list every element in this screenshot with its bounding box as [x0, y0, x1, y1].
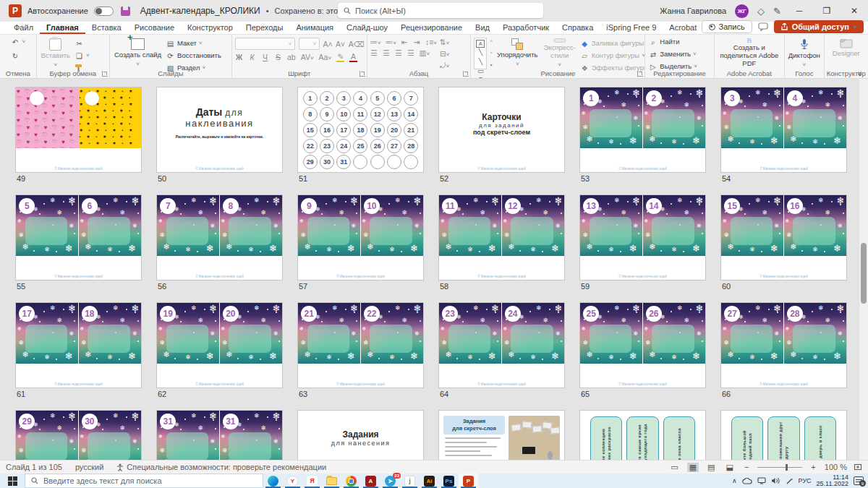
tab-Анимация[interactable]: Анимация: [289, 23, 340, 34]
tab-Конструктор[interactable]: Конструктор: [181, 23, 239, 34]
tab-Рисование[interactable]: Рисование: [128, 23, 181, 34]
taskbar-icon-explorer[interactable]: [322, 474, 341, 488]
create-pdf-button[interactable]: Создать и поделиться Adobe PDF: [718, 38, 781, 69]
language-indicator[interactable]: русский: [75, 463, 103, 471]
textbox-shape-icon[interactable]: A: [476, 40, 485, 48]
powerpoint-app-icon[interactable]: P: [9, 4, 22, 17]
tab-Справка[interactable]: Справка: [556, 23, 600, 34]
dictate-button[interactable]: Диктофон˅: [788, 38, 821, 69]
quick-styles-button[interactable]: Экспресс-стили˅: [542, 38, 576, 69]
font-name-select[interactable]: ˅: [235, 38, 295, 50]
slide-thumbnail-55[interactable]: ❄❄❄❄❄❄❄❄❄❄5❄❄❄❄❄❄❄❄❄❄6© Магазин педагоги…: [16, 195, 141, 280]
shrink-font-button[interactable]: A˅: [336, 40, 345, 48]
user-name[interactable]: Жанна Гаврилова: [660, 7, 726, 15]
underline-button[interactable]: Ч: [261, 53, 269, 61]
tab-iSpring Free 9[interactable]: iSpring Free 9: [600, 23, 663, 34]
taskbar-icon-chrome[interactable]: [341, 474, 361, 488]
font-color-button[interactable]: А: [349, 52, 357, 62]
slide-thumbnail-60[interactable]: ❄❄❄❄❄❄❄❄❄❄15❄❄❄❄❄❄❄❄❄❄16© Магазин педаго…: [721, 195, 846, 280]
share-button[interactable]: Общий доступ ▾: [774, 20, 864, 33]
line-shape-icon[interactable]: ╲: [476, 48, 485, 57]
slide-sorter-view-button[interactable]: ▦: [687, 463, 699, 472]
arrange-button[interactable]: Упорядочить˅: [495, 38, 540, 69]
zoom-level[interactable]: 100 %: [825, 463, 847, 471]
taskbar-icon-acrobat[interactable]: A: [361, 474, 380, 488]
tab-Переходы[interactable]: Переходы: [239, 23, 290, 34]
taskbar-icon-telegram[interactable]: ➤23: [380, 474, 400, 488]
increase-indent-button[interactable]: ⇥: [413, 38, 421, 46]
slide-thumbnail-53[interactable]: ❄❄❄❄❄❄❄❄❄❄1❄❄❄❄❄❄❄❄❄❄2© Магазин педагоги…: [580, 87, 705, 172]
clipboard-dialog-launcher[interactable]: [102, 71, 108, 77]
undo-button[interactable]: ↶˅: [11, 38, 26, 47]
shape-fill-button[interactable]: ◆Заливка фигуры˅: [580, 39, 646, 48]
bullets-button[interactable]: ≔˅: [370, 38, 381, 46]
minimize-button[interactable]: ─: [790, 6, 809, 16]
record-button[interactable]: Запись: [702, 20, 752, 33]
slide-thumbnail-66[interactable]: ❄❄❄❄❄❄❄❄❄❄27❄❄❄❄❄❄❄❄❄❄28© Магазин педаго…: [721, 303, 846, 388]
normal-view-button[interactable]: ▭: [668, 463, 680, 472]
text-shadow-button[interactable]: ab: [287, 53, 296, 61]
shapes-gallery[interactable]: A ╲ ╲ ▭ ◯ ▢ △ ↰ ↱ ⇨ ⇩ ⌐ ↝ ⌒ ∿ { } ☆: [474, 38, 487, 69]
slide-thumbnail-72[interactable]: Соберите большой новогодний пазлНапишите…: [721, 411, 846, 460]
italic-button[interactable]: К: [248, 53, 256, 61]
slideshow-view-button[interactable]: ⬓: [724, 463, 736, 472]
grow-font-button[interactable]: A˄: [323, 40, 333, 48]
save-icon[interactable]: [121, 7, 130, 16]
slide-thumbnail-50[interactable]: Даты для наклеивания Распечатайте, выреж…: [157, 87, 282, 172]
slide-thumbnail-58[interactable]: ❄❄❄❄❄❄❄❄❄❄11❄❄❄❄❄❄❄❄❄❄12© Магазин педаго…: [439, 195, 564, 280]
diamond-icon[interactable]: ◇: [757, 6, 765, 17]
align-text-button[interactable]: ⊟˅: [440, 49, 449, 58]
tab-Главная[interactable]: Главная: [40, 23, 85, 34]
comment-icon[interactable]: [758, 22, 768, 31]
fit-to-window-icon[interactable]: [854, 463, 862, 471]
slide-thumbnail-49[interactable]: ♥ ♡ ♥ ♡ ♥ ♡ ♥ ♡ ♥ ♡ ♥ ♡ ♥ ♡ ♥ ♡ ♥ ♡ ♥ ♡ …: [16, 87, 141, 172]
vertical-scrollbar[interactable]: [859, 79, 868, 460]
clock[interactable]: 11:14 25.11.2022: [817, 474, 848, 488]
taskbar-icon-ispring[interactable]: j: [400, 474, 420, 488]
keyboard-language[interactable]: РУС: [799, 477, 812, 484]
slide-thumbnail-71[interactable]: Соберите коллекцию новогодних раскрасокВ…: [580, 411, 705, 460]
bold-button[interactable]: Ж: [235, 53, 243, 61]
numbering-button[interactable]: ≕˅: [386, 38, 396, 46]
zoom-in-button[interactable]: +: [809, 463, 817, 471]
slide-thumbnail-70[interactable]: Заданиядля скретч-слоя: [439, 411, 564, 460]
slide-thumbnail-67[interactable]: ❄❄❄❄❄❄❄❄❄❄29❄❄❄❄❄❄❄❄❄❄30© Магазин педаго…: [16, 411, 141, 460]
justify-button[interactable]: ☰: [407, 48, 415, 57]
layout-button[interactable]: ▤Макет˅: [166, 39, 221, 48]
slide-thumbnail-62[interactable]: ❄❄❄❄❄❄❄❄❄❄19❄❄❄❄❄❄❄❄❄❄20© Магазин педаго…: [157, 303, 282, 388]
change-case-button[interactable]: Aa˅: [319, 53, 332, 61]
slide-thumbnail-57[interactable]: ❄❄❄❄❄❄❄❄❄❄9❄❄❄❄❄❄❄❄❄❄10© Магазин педагог…: [298, 195, 423, 280]
search-input[interactable]: Поиск (Alt+Ы): [338, 3, 543, 18]
replace-button[interactable]: ⇄Заменить˅: [648, 50, 697, 59]
clear-format-button[interactable]: A⌫: [349, 40, 364, 48]
taskbar-icon-photoshop[interactable]: Ps: [439, 474, 459, 488]
tab-Разработчик[interactable]: Разработчик: [496, 23, 556, 34]
reading-view-button[interactable]: ▤: [705, 463, 717, 472]
collapse-ribbon-icon[interactable]: ∨: [857, 69, 862, 77]
align-right-button[interactable]: ☰: [395, 48, 403, 57]
slide-thumbnail-63[interactable]: ❄❄❄❄❄❄❄❄❄❄21❄❄❄❄❄❄❄❄❄❄22© Магазин педаго…: [298, 303, 423, 388]
find-button[interactable]: ⌕Найти: [648, 38, 697, 47]
pen-icon[interactable]: ✎: [773, 6, 781, 17]
zoom-slider[interactable]: [757, 467, 802, 468]
slide-thumbnail-69[interactable]: Задания для нанесения: [298, 411, 423, 460]
scrollbar-thumb[interactable]: [861, 243, 867, 304]
slide-thumbnail-68[interactable]: ❄❄❄❄❄❄❄❄❄❄31❄❄❄❄❄❄❄❄❄❄31© Магазин педаго…: [157, 411, 282, 460]
taskbar-search-input[interactable]: Введите здесь текст для поиска: [25, 474, 263, 488]
slide-thumbnail-65[interactable]: ❄❄❄❄❄❄❄❄❄❄25❄❄❄❄❄❄❄❄❄❄26© Магазин педаго…: [580, 303, 705, 388]
font-dialog-launcher[interactable]: [359, 71, 365, 77]
strikethrough-button[interactable]: S: [274, 53, 282, 61]
highlight-color-button[interactable]: ✎: [336, 52, 344, 62]
shapes-scroll[interactable]: ˄˅▾: [490, 38, 493, 69]
taskbar-icon-yandex[interactable]: Я: [302, 474, 322, 488]
zoom-slider-thumb[interactable]: [786, 464, 788, 471]
taskbar-icon-edge[interactable]: [263, 474, 283, 488]
slide-thumbnail-59[interactable]: ❄❄❄❄❄❄❄❄❄❄13❄❄❄❄❄❄❄❄❄❄14© Магазин педаго…: [580, 195, 705, 280]
hidden-icons-chevron[interactable]: ∧: [732, 477, 737, 484]
onedrive-cloud-icon[interactable]: [742, 478, 752, 484]
monitor-icon[interactable]: [757, 477, 766, 484]
taskbar-icon-yandex-browser[interactable]: Y: [283, 474, 302, 488]
close-button[interactable]: ✕: [845, 6, 864, 16]
line-spacing-button[interactable]: ↕≡˅: [425, 38, 437, 46]
text-direction-button[interactable]: ⇅˅: [440, 38, 449, 46]
